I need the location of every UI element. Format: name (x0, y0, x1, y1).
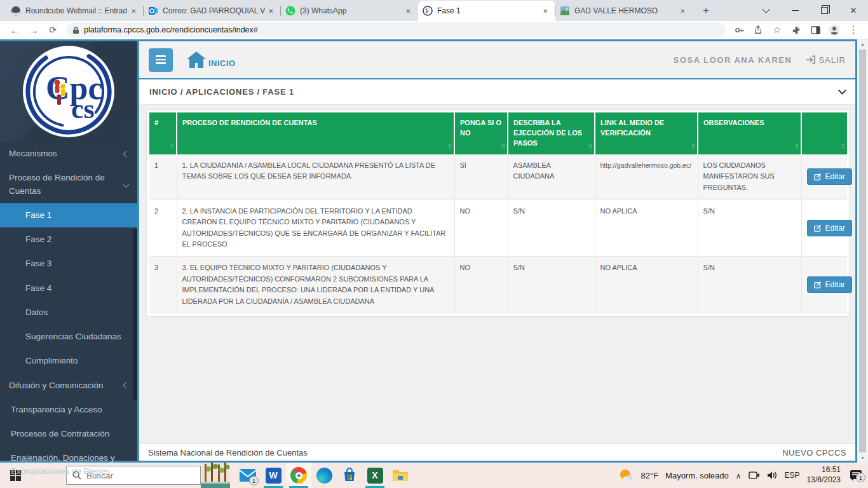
table-row: 1 1. LA CIUDADANÍA / ASAMBLEA LOCAL CIUD… (149, 154, 847, 200)
reload-button[interactable] (44, 22, 61, 38)
excel-app-icon[interactable]: X (362, 463, 388, 488)
search-highlight-artwork (201, 463, 230, 488)
sidebar-item-label: Fase 2 (25, 233, 51, 246)
minimize-button[interactable] (780, 0, 810, 21)
header-actions[interactable] (801, 112, 847, 154)
taskbar-clock[interactable]: 16:51 13/6/2023 (807, 465, 841, 485)
edge-app-icon[interactable] (311, 463, 337, 488)
header-describa[interactable]: DESCRIBA LA EJECUCIÓN DE LOS PASOS (508, 112, 595, 154)
password-key-icon[interactable] (731, 22, 747, 37)
cpccs-favicon (423, 6, 433, 16)
cell-describa: S/N (508, 200, 595, 256)
close-icon[interactable] (403, 6, 414, 17)
mail-app-icon[interactable]: 1 (235, 463, 261, 488)
sidebar-item-incorporacion[interactable]: Incorporación de Recomendaciones (0, 484, 137, 488)
sidebar-item-difusion[interactable]: Difusión y Comunicación (0, 374, 137, 398)
forward-button[interactable] (25, 22, 42, 38)
browser-menu-kebab-icon[interactable] (846, 22, 861, 37)
sidebar-item-sugerencias[interactable]: Sugerencias Ciudadanas (0, 325, 137, 349)
bookmark-star-icon[interactable] (770, 22, 785, 37)
collapse-chevron-down-icon[interactable] (838, 86, 846, 95)
tab-outlook[interactable]: Correo: GAD PARROQUIAL V (144, 1, 281, 21)
gad-favicon (560, 6, 570, 16)
header-link[interactable]: LINK AL MEDIO DE VERIFICACIÓN (595, 112, 698, 154)
profile-avatar[interactable] (827, 22, 842, 37)
notification-center-icon[interactable]: 1 (848, 467, 864, 484)
close-icon[interactable] (677, 6, 688, 17)
header-proceso[interactable]: PROCESO DE RENDICIÓN DE CUENTAS (177, 112, 454, 154)
edit-button[interactable]: Editar (807, 168, 852, 185)
new-tab-button[interactable] (698, 3, 714, 19)
table-header-row: # PROCESO DE RENDICIÓN DE CUENTAS PONGA … (149, 112, 847, 154)
edit-button[interactable]: Editar (807, 276, 852, 293)
cell-ponga: NO (454, 256, 508, 313)
app-footer: Sistema Nacional de Rendición de Cuentas… (139, 444, 855, 461)
sidebar-item-cumplimiento[interactable]: Cumplimiento (0, 349, 137, 373)
tab-roundcube[interactable]: Roundcube Webmail :: Entrad (6, 1, 144, 21)
sidebar-item-fase3[interactable]: Fase 3 (0, 252, 137, 276)
language-indicator[interactable]: ESP (785, 471, 800, 480)
close-icon[interactable] (540, 6, 551, 17)
edit-button[interactable]: Editar (807, 220, 852, 236)
sidebar-item-fase4[interactable]: Fase 4 (0, 276, 137, 301)
meet-now-icon[interactable] (749, 471, 760, 480)
cell-observaciones: LOS CIUDADANOS MANIFESTARON SUS PREGUNTA… (698, 154, 801, 200)
tab-gad[interactable]: GAD VALLE HERMOSO (555, 1, 693, 21)
sidebar-item-mecanismos[interactable]: Mecanismos (0, 142, 137, 166)
sidebar-scrollbar[interactable] (133, 229, 137, 400)
sort-icon (691, 141, 694, 151)
scroll-down-arrow-icon[interactable] (857, 453, 868, 463)
breadcrumb: INICIO / APLICACIONES / FASE 1 (149, 87, 294, 97)
sidebar-item-transparencia[interactable]: Transparencia y Acceso (0, 398, 137, 422)
sidebar-item-fase2[interactable]: Fase 2 (0, 227, 137, 252)
volume-icon[interactable] (767, 471, 778, 480)
sidebar-item-datos[interactable]: Datos (0, 301, 137, 325)
sidebar-item-fase1[interactable]: Fase 1 (0, 203, 137, 227)
address-bar[interactable]: plataforma.cpccs.gob.ec/rendicioncuentas… (66, 22, 726, 37)
sidebar-item-contratacion[interactable]: Procesos de Contratación (0, 422, 137, 446)
file-explorer-app-icon[interactable] (388, 463, 413, 488)
tab-search-chevron-icon[interactable] (751, 0, 780, 21)
sidebar-item-proceso-rendicion[interactable]: Proceso de Rendición de Cuentas (0, 166, 137, 203)
cell-num: 2 (149, 200, 177, 256)
share-icon[interactable] (750, 22, 766, 37)
logged-user-name: SOSA LOOR ANA KAREN (674, 55, 792, 65)
word-app-icon[interactable]: W (261, 463, 286, 488)
window-controls (751, 0, 868, 21)
cell-describa: S/N (508, 256, 595, 313)
cell-num: 3 (149, 256, 177, 313)
restore-button[interactable] (810, 0, 839, 21)
back-button[interactable] (6, 22, 23, 38)
logout-button[interactable]: SALIR (806, 55, 846, 65)
home-link[interactable]: INICIO (186, 50, 236, 69)
header-num[interactable]: # (149, 112, 177, 154)
edit-label: Editar (825, 224, 845, 233)
extensions-puzzle-icon[interactable] (789, 22, 804, 37)
header-ponga[interactable]: PONGA SI O NO (454, 112, 508, 154)
scroll-up-arrow-icon[interactable] (857, 39, 868, 49)
close-window-button[interactable] (839, 0, 868, 21)
cell-proceso: 2. LA INSTANCIA DE PARTICIPACIÓN DEL TER… (177, 200, 454, 256)
side-panel-icon[interactable] (808, 22, 823, 37)
chrome-app-icon[interactable] (286, 463, 311, 488)
tab-fase1-active[interactable]: Fase 1 (418, 1, 555, 21)
sidebar-item-enajenacion[interactable]: Enajenación, Donaciones y Expropiaciones… (0, 446, 137, 484)
microsoft-store-app-icon[interactable] (337, 463, 362, 488)
sidebar: Cpc cs Mecanismos Proceso de Rendición d… (0, 41, 137, 461)
header-observaciones[interactable]: OBSERVACIONES (698, 112, 801, 154)
mail-unread-badge: 1 (249, 476, 259, 485)
browser-toolbar: plataforma.cpccs.gob.ec/rendicioncuentas… (0, 21, 868, 39)
weather-temp[interactable]: 82°F (641, 471, 658, 480)
clock-date: 13/6/2023 (807, 475, 841, 485)
weather-desc[interactable]: Mayorm. soleado (665, 471, 729, 480)
hidden-icons-chevron[interactable] (736, 471, 742, 480)
sort-icon (794, 141, 797, 151)
close-icon[interactable] (266, 6, 276, 17)
cpccs-logo: Cpc cs (0, 41, 137, 142)
tab-whatsapp[interactable]: (3) WhatsApp (281, 1, 418, 21)
scrollbar-thumb[interactable] (859, 50, 866, 452)
hamburger-menu-button[interactable] (149, 48, 173, 72)
page-scrollbar[interactable] (857, 39, 868, 463)
cell-observaciones: S/N (698, 200, 801, 256)
close-icon[interactable] (128, 6, 139, 17)
